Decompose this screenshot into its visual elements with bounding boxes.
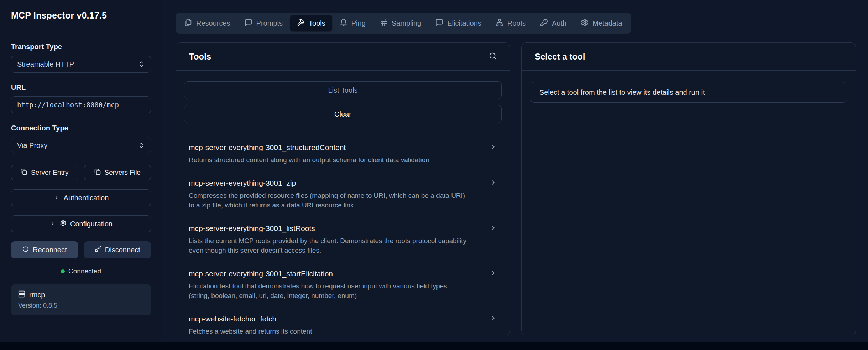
connection-buttons-row: Reconnect Disconnect — [11, 241, 151, 258]
tab-tools[interactable]: Tools — [290, 15, 332, 31]
chevron-right-icon — [489, 269, 497, 278]
servers-file-button[interactable]: Servers File — [84, 165, 151, 180]
connection-status: Connected — [11, 267, 151, 275]
tool-name: mcp-server-everything-3001_listRoots — [189, 224, 315, 233]
hammer-icon — [297, 19, 305, 28]
tab-metadata[interactable]: Metadata — [574, 15, 629, 31]
tools-panel: Tools List Tools Clear mcp-server-everyt… — [176, 42, 510, 335]
chevron-right-icon — [489, 314, 497, 324]
key-icon — [540, 19, 548, 28]
tool-name: mcp-server-everything-3001_startElicitat… — [189, 269, 333, 278]
tool-name: mcp-website-fetcher_fetch — [189, 315, 276, 323]
detail-panel-title: Select a tool — [535, 52, 585, 62]
rotate-ccw-icon — [22, 246, 29, 254]
server-icon — [18, 290, 25, 299]
detail-panel-body: Select a tool from the list to view its … — [522, 71, 856, 113]
chevron-right-icon — [53, 194, 60, 202]
transport-type-field: Transport Type Streamable HTTP — [11, 43, 151, 73]
nav-tabs: Resources Prompts Tools Ping Sampling El… — [176, 13, 631, 34]
url-field: URL — [11, 83, 151, 113]
tool-name: mcp-server-everything-3001_structuredCon… — [189, 143, 346, 152]
tab-sampling[interactable]: Sampling — [373, 15, 428, 31]
connection-type-value: Via Proxy — [17, 141, 47, 150]
transport-type-select[interactable]: Streamable HTTP — [11, 56, 151, 73]
server-name: rmcp — [29, 291, 45, 299]
message-square-icon — [245, 19, 252, 28]
search-icon — [489, 52, 497, 61]
chevron-right-icon — [489, 224, 497, 233]
tab-auth[interactable]: Auth — [533, 15, 573, 31]
entry-buttons-row: Server Entry Servers File — [11, 165, 151, 180]
configuration-button[interactable]: Configuration — [11, 215, 151, 232]
tool-list-item[interactable]: mcp-server-everything-3001_structuredCon… — [184, 136, 502, 172]
tool-list-item[interactable]: mcp-server-everything-3001_zip Compresse… — [184, 172, 502, 217]
list-tools-button[interactable]: List Tools — [184, 81, 502, 99]
status-dot-icon — [61, 269, 65, 273]
tool-description: Fetches a website and returns its conten… — [189, 326, 497, 335]
tool-description: Elicitation test tool that demonstrates … — [189, 281, 497, 301]
server-info-card: rmcp Version: 0.8.5 — [11, 284, 151, 315]
sidebar-header: MCP Inspector v0.17.5 — [0, 0, 162, 31]
authentication-button[interactable]: Authentication — [11, 189, 151, 206]
tool-description: Lists the current MCP roots provided by … — [189, 236, 497, 256]
tool-name: mcp-server-everything-3001_zip — [189, 179, 296, 187]
message-square-icon — [435, 19, 443, 28]
hash-icon — [380, 19, 388, 28]
connection-type-label: Connection Type — [11, 124, 151, 132]
tool-description: Returns structured content along with an… — [189, 155, 497, 165]
unplug-icon — [95, 246, 101, 254]
sidebar-body: Transport Type Streamable HTTP URL Conne… — [0, 31, 162, 327]
server-version: Version: 0.8.5 — [18, 302, 144, 309]
app-title: MCP Inspector v0.17.5 — [11, 10, 107, 21]
chevron-right-icon — [489, 143, 497, 152]
main-area: Resources Prompts Tools Ping Sampling El… — [162, 0, 868, 342]
tab-roots[interactable]: Roots — [489, 15, 533, 31]
bell-icon — [340, 19, 347, 28]
detail-panel-header: Select a tool — [522, 43, 856, 71]
clear-button[interactable]: Clear — [184, 105, 502, 123]
tab-prompts[interactable]: Prompts — [238, 15, 289, 31]
tab-ping[interactable]: Ping — [333, 15, 372, 31]
app-window: MCP Inspector v0.17.5 Transport Type Str… — [0, 0, 868, 342]
connection-type-field: Connection Type Via Proxy — [11, 124, 151, 154]
chevron-right-icon — [489, 179, 497, 188]
chevrons-up-down-icon — [138, 61, 145, 68]
network-icon — [496, 19, 503, 28]
tool-list-item[interactable]: mcp-server-everything-3001_startElicitat… — [184, 262, 502, 308]
tab-resources[interactable]: Resources — [178, 15, 237, 31]
files-icon — [184, 19, 192, 28]
tool-description: Compresses the provided resource files (… — [189, 191, 497, 210]
tools-panel-header: Tools — [176, 43, 510, 71]
tool-list-item[interactable]: mcp-server-everything-3001_listRoots Lis… — [184, 217, 502, 262]
chevrons-up-down-icon — [138, 142, 145, 149]
search-button[interactable] — [489, 52, 497, 61]
tools-panel-title: Tools — [189, 52, 211, 62]
tool-list: mcp-server-everything-3001_structuredCon… — [184, 136, 502, 335]
transport-type-value: Streamable HTTP — [17, 60, 74, 68]
gear-icon — [60, 220, 66, 228]
chevron-right-icon — [49, 220, 56, 228]
tool-detail-panel: Select a tool Select a tool from the lis… — [521, 42, 856, 335]
gear-icon — [581, 19, 589, 28]
transport-type-label: Transport Type — [11, 43, 151, 51]
tool-placeholder-message: Select a tool from the list to view its … — [530, 82, 847, 103]
connection-type-select[interactable]: Via Proxy — [11, 137, 151, 154]
url-input[interactable] — [11, 96, 151, 113]
reconnect-button[interactable]: Reconnect — [11, 241, 78, 258]
tool-list-item[interactable]: mcp-website-fetcher_fetch Fetches a webs… — [184, 308, 502, 335]
tab-elicitations[interactable]: Elicitations — [429, 15, 488, 31]
copy-icon — [94, 169, 101, 177]
server-entry-button[interactable]: Server Entry — [11, 165, 78, 180]
disconnect-button[interactable]: Disconnect — [84, 241, 151, 258]
tools-panel-body: List Tools Clear mcp-server-everything-3… — [176, 71, 510, 335]
status-label: Connected — [68, 267, 101, 275]
sidebar: MCP Inspector v0.17.5 Transport Type Str… — [0, 0, 162, 342]
url-label: URL — [11, 83, 151, 92]
content-panels: Tools List Tools Clear mcp-server-everyt… — [176, 42, 856, 335]
copy-icon — [21, 169, 27, 177]
